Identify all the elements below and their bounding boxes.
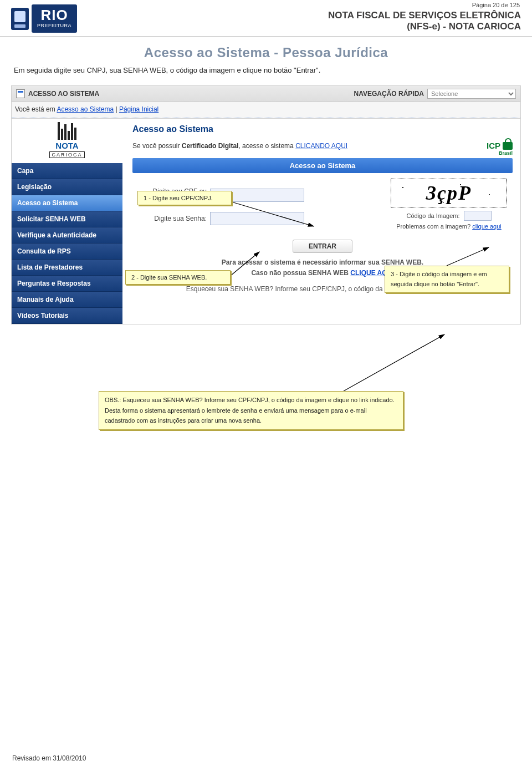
nota-carioca-logo: NOTA CARIOCA	[37, 122, 98, 161]
nota-subtext: CARIOCA	[49, 151, 84, 158]
cert-text: Se você possuir Certificado Digital, ace…	[132, 142, 347, 150]
entrar-button[interactable]: ENTRAR	[293, 240, 352, 253]
app-top-bar: ACESSO AO SISTEMA NAVEGAÇÃO RÁPIDA Selec…	[11, 85, 521, 119]
menu-consulta-rps[interactable]: Consulta de RPS	[12, 244, 122, 260]
menu-solicitar-senha[interactable]: Solicitar SENHA WEB	[12, 211, 122, 227]
breadcrumb-link-home[interactable]: Página Inicial	[119, 105, 158, 113]
rio-logo: RIO PREFEITURA	[11, 4, 77, 33]
svg-line-3	[344, 334, 444, 391]
cert-link[interactable]: CLICANDO AQUI	[295, 142, 347, 150]
menu-autenticidade[interactable]: Verifique a Autenticidade	[12, 227, 122, 244]
doc-title-line1: NOTA FISCAL DE SERVIÇOS ELETRÔNICA	[328, 10, 521, 21]
breadcrumb-prefix: Você está em	[15, 105, 57, 113]
nav-rapida-select[interactable]: Selecione	[427, 89, 516, 99]
callout-2: 2 - Digite sua SENHA WEB.	[125, 270, 231, 285]
label-senha: Digite sua Senha:	[132, 215, 210, 222]
menu-legislacao[interactable]: Legislação	[12, 179, 122, 195]
doc-header: RIO PREFEITURA NOTA FISCAL DE SERVIÇOS E…	[0, 0, 532, 37]
callout-obs: OBS.: Esqueceu sua SENHA WEB? Informe se…	[99, 391, 403, 430]
breadcrumb: Você está em Acesso ao Sistema | Página …	[12, 102, 520, 118]
menu-manuais[interactable]: Manuais de Ajuda	[12, 292, 122, 308]
barcode-icon	[37, 122, 98, 140]
footer-revision: Revisado em 31/08/2010	[12, 754, 86, 762]
logo-rio: RIO	[37, 8, 71, 22]
captcha-input[interactable]	[464, 211, 492, 221]
breadcrumb-link-acesso[interactable]: Acesso ao Sistema	[57, 105, 114, 113]
content-panel: Acesso ao Sistema Se você possuir Certif…	[122, 119, 520, 324]
rio-emblem-icon	[11, 8, 29, 30]
input-senha[interactable]	[210, 212, 304, 225]
menu-lista-prestadores[interactable]: Lista de Prestadores	[12, 260, 122, 276]
menu-faq[interactable]: Perguntas e Respostas	[12, 276, 122, 292]
page-number: Página 20 de 125	[472, 2, 520, 8]
captcha-label: Código da Imagem:	[406, 212, 459, 219]
captcha-image: 3çpP	[391, 179, 507, 207]
nota-text: NOTA	[37, 141, 98, 150]
sidebar: NOTA CARIOCA Capa Legislação Acesso ao S…	[12, 119, 122, 324]
captcha-problem: Problemas com a imagem? clique aqui	[385, 223, 513, 230]
callout-3: 3 - Digite o código da imagem e em segui…	[385, 266, 509, 293]
menu-acesso-sistema[interactable]: Acesso ao Sistema	[12, 195, 122, 211]
content-heading: Acesso ao Sistema	[132, 124, 513, 134]
sidebar-menu: Capa Legislação Acesso ao Sistema Solici…	[12, 163, 122, 324]
captcha-refresh-link[interactable]: clique aqui	[472, 223, 502, 230]
callout-1: 1 - Digite seu CPF/CNPJ.	[137, 191, 232, 205]
blue-strip: Acesso ao Sistema	[132, 158, 513, 173]
section-title: Acesso ao Sistema - Pessoa Jurídica	[0, 45, 532, 60]
menu-capa[interactable]: Capa	[12, 163, 122, 179]
window-icon	[16, 89, 25, 98]
doc-title: NOTA FISCAL DE SERVIÇOS ELETRÔNICA (NFS-…	[328, 10, 521, 32]
icp-sub: Brasil	[132, 150, 513, 156]
nav-rapida-label: NAVEGAÇÃO RÁPIDA	[354, 90, 424, 98]
menu-videos[interactable]: Vídeos Tutoriais	[12, 308, 122, 324]
lock-icon	[503, 142, 513, 150]
intro-text: Em seguida digite seu CNPJ, sua SENHA WE…	[0, 66, 532, 81]
window-title: ACESSO AO SISTEMA	[28, 90, 99, 98]
doc-title-line2: (NFS-e) - NOTA CARIOCA	[328, 21, 521, 32]
icp-brasil-badge: ICP	[487, 141, 513, 150]
logo-prefeitura: PREFEITURA	[37, 23, 71, 28]
